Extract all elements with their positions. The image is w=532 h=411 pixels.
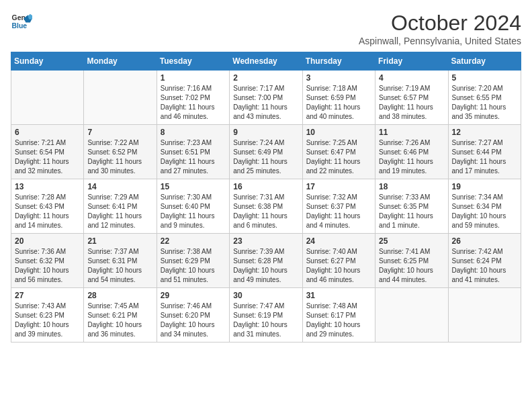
day-info: Sunrise: 7:20 AM Sunset: 6:55 PM Dayligh… [452, 84, 517, 122]
calendar-cell: 19Sunrise: 7:34 AM Sunset: 6:34 PM Dayli… [448, 179, 521, 234]
title-block: October 2024 Aspinwall, Pennsylvania, Un… [359, 11, 521, 46]
day-number: 15 [161, 182, 226, 191]
day-info: Sunrise: 7:38 AM Sunset: 6:29 PM Dayligh… [161, 247, 226, 285]
weekday-header: Friday [375, 52, 448, 71]
calendar-cell: 2Sunrise: 7:17 AM Sunset: 7:00 PM Daylig… [230, 71, 302, 125]
calendar-cell [11, 71, 84, 125]
day-number: 5 [452, 73, 517, 83]
day-info: Sunrise: 7:34 AM Sunset: 6:34 PM Dayligh… [452, 193, 517, 230]
calendar-week-row: 1Sunrise: 7:16 AM Sunset: 7:02 PM Daylig… [11, 71, 521, 125]
calendar-cell: 11Sunrise: 7:26 AM Sunset: 6:46 PM Dayli… [375, 125, 448, 179]
calendar-cell: 5Sunrise: 7:20 AM Sunset: 6:55 PM Daylig… [448, 71, 521, 125]
day-info: Sunrise: 7:30 AM Sunset: 6:40 PM Dayligh… [161, 193, 226, 230]
day-info: Sunrise: 7:39 AM Sunset: 6:28 PM Dayligh… [233, 247, 298, 285]
logo: General Blue [11, 11, 32, 32]
day-info: Sunrise: 7:28 AM Sunset: 6:43 PM Dayligh… [15, 193, 80, 230]
calendar-cell: 27Sunrise: 7:43 AM Sunset: 6:23 PM Dayli… [11, 288, 84, 342]
day-number: 14 [87, 182, 152, 191]
day-number: 12 [452, 128, 517, 137]
calendar-cell: 12Sunrise: 7:27 AM Sunset: 6:44 PM Dayli… [448, 125, 521, 179]
day-number: 25 [379, 236, 444, 246]
calendar-cell: 29Sunrise: 7:46 AM Sunset: 6:20 PM Dayli… [157, 288, 229, 342]
calendar-cell [84, 71, 157, 125]
weekday-header: Thursday [302, 52, 375, 71]
day-number: 24 [306, 236, 371, 246]
day-number: 4 [379, 73, 444, 83]
calendar-cell: 14Sunrise: 7:29 AM Sunset: 6:41 PM Dayli… [84, 179, 157, 234]
day-number: 19 [452, 182, 517, 191]
calendar-week-row: 13Sunrise: 7:28 AM Sunset: 6:43 PM Dayli… [11, 179, 521, 234]
day-number: 30 [233, 291, 298, 300]
calendar-cell: 9Sunrise: 7:24 AM Sunset: 6:49 PM Daylig… [230, 125, 302, 179]
day-number: 8 [161, 128, 226, 137]
calendar-cell: 6Sunrise: 7:21 AM Sunset: 6:54 PM Daylig… [11, 125, 84, 179]
day-number: 13 [15, 182, 80, 191]
day-number: 6 [15, 128, 80, 137]
day-info: Sunrise: 7:31 AM Sunset: 6:38 PM Dayligh… [233, 193, 298, 230]
day-info: Sunrise: 7:37 AM Sunset: 6:31 PM Dayligh… [87, 247, 152, 285]
logo-icon: General Blue [11, 11, 32, 32]
calendar-cell: 17Sunrise: 7:32 AM Sunset: 6:37 PM Dayli… [302, 179, 375, 234]
day-info: Sunrise: 7:26 AM Sunset: 6:46 PM Dayligh… [379, 138, 444, 176]
day-info: Sunrise: 7:17 AM Sunset: 7:00 PM Dayligh… [233, 84, 298, 122]
day-info: Sunrise: 7:16 AM Sunset: 7:02 PM Dayligh… [161, 84, 226, 122]
month-title: October 2024 [359, 11, 521, 36]
day-number: 18 [379, 182, 444, 191]
day-info: Sunrise: 7:48 AM Sunset: 6:17 PM Dayligh… [306, 302, 371, 339]
day-number: 21 [87, 236, 152, 246]
day-number: 3 [306, 73, 371, 83]
weekday-header: Tuesday [157, 52, 229, 71]
day-info: Sunrise: 7:32 AM Sunset: 6:37 PM Dayligh… [306, 193, 371, 230]
day-number: 10 [306, 128, 371, 137]
day-number: 22 [161, 236, 226, 246]
calendar-cell: 1Sunrise: 7:16 AM Sunset: 7:02 PM Daylig… [157, 71, 229, 125]
day-number: 9 [233, 128, 298, 137]
day-info: Sunrise: 7:36 AM Sunset: 6:32 PM Dayligh… [15, 247, 80, 285]
day-number: 31 [306, 291, 371, 300]
calendar-cell: 10Sunrise: 7:25 AM Sunset: 6:47 PM Dayli… [302, 125, 375, 179]
calendar-cell: 3Sunrise: 7:18 AM Sunset: 6:59 PM Daylig… [302, 71, 375, 125]
weekday-header-row: SundayMondayTuesdayWednesdayThursdayFrid… [11, 52, 521, 71]
day-info: Sunrise: 7:27 AM Sunset: 6:44 PM Dayligh… [452, 138, 517, 176]
calendar-week-row: 27Sunrise: 7:43 AM Sunset: 6:23 PM Dayli… [11, 288, 521, 342]
calendar-cell: 15Sunrise: 7:30 AM Sunset: 6:40 PM Dayli… [157, 179, 229, 234]
day-info: Sunrise: 7:47 AM Sunset: 6:19 PM Dayligh… [233, 302, 298, 339]
day-info: Sunrise: 7:25 AM Sunset: 6:47 PM Dayligh… [306, 138, 371, 176]
day-number: 7 [87, 128, 152, 137]
calendar-week-row: 20Sunrise: 7:36 AM Sunset: 6:32 PM Dayli… [11, 234, 521, 288]
calendar-cell [448, 288, 521, 342]
day-info: Sunrise: 7:41 AM Sunset: 6:25 PM Dayligh… [379, 247, 444, 285]
weekday-header: Wednesday [230, 52, 302, 71]
weekday-header: Sunday [11, 52, 84, 71]
day-info: Sunrise: 7:33 AM Sunset: 6:35 PM Dayligh… [379, 193, 444, 230]
day-number: 17 [306, 182, 371, 191]
calendar-table: SundayMondayTuesdayWednesdayThursdayFrid… [11, 52, 521, 342]
day-number: 11 [379, 128, 444, 137]
day-info: Sunrise: 7:19 AM Sunset: 6:57 PM Dayligh… [379, 84, 444, 122]
day-info: Sunrise: 7:29 AM Sunset: 6:41 PM Dayligh… [87, 193, 152, 230]
day-number: 23 [233, 236, 298, 246]
day-info: Sunrise: 7:43 AM Sunset: 6:23 PM Dayligh… [15, 302, 80, 339]
calendar-cell: 21Sunrise: 7:37 AM Sunset: 6:31 PM Dayli… [84, 234, 157, 288]
day-number: 28 [87, 291, 152, 300]
calendar-cell: 30Sunrise: 7:47 AM Sunset: 6:19 PM Dayli… [230, 288, 302, 342]
day-info: Sunrise: 7:40 AM Sunset: 6:27 PM Dayligh… [306, 247, 371, 285]
calendar-cell: 4Sunrise: 7:19 AM Sunset: 6:57 PM Daylig… [375, 71, 448, 125]
calendar-cell: 7Sunrise: 7:22 AM Sunset: 6:52 PM Daylig… [84, 125, 157, 179]
calendar-cell: 8Sunrise: 7:23 AM Sunset: 6:51 PM Daylig… [157, 125, 229, 179]
calendar-cell: 26Sunrise: 7:42 AM Sunset: 6:24 PM Dayli… [448, 234, 521, 288]
weekday-header: Saturday [448, 52, 521, 71]
day-number: 2 [233, 73, 298, 83]
calendar-cell: 20Sunrise: 7:36 AM Sunset: 6:32 PM Dayli… [11, 234, 84, 288]
day-info: Sunrise: 7:24 AM Sunset: 6:49 PM Dayligh… [233, 138, 298, 176]
day-number: 27 [15, 291, 80, 300]
day-info: Sunrise: 7:46 AM Sunset: 6:20 PM Dayligh… [161, 302, 226, 339]
location-subtitle: Aspinwall, Pennsylvania, United States [359, 36, 521, 46]
weekday-header: Monday [84, 52, 157, 71]
calendar-cell: 31Sunrise: 7:48 AM Sunset: 6:17 PM Dayli… [302, 288, 375, 342]
day-number: 1 [161, 73, 226, 83]
page-header: General Blue October 2024 Aspinwall, Pen… [11, 11, 521, 46]
calendar-cell: 13Sunrise: 7:28 AM Sunset: 6:43 PM Dayli… [11, 179, 84, 234]
calendar-cell: 16Sunrise: 7:31 AM Sunset: 6:38 PM Dayli… [230, 179, 302, 234]
calendar-cell: 23Sunrise: 7:39 AM Sunset: 6:28 PM Dayli… [230, 234, 302, 288]
